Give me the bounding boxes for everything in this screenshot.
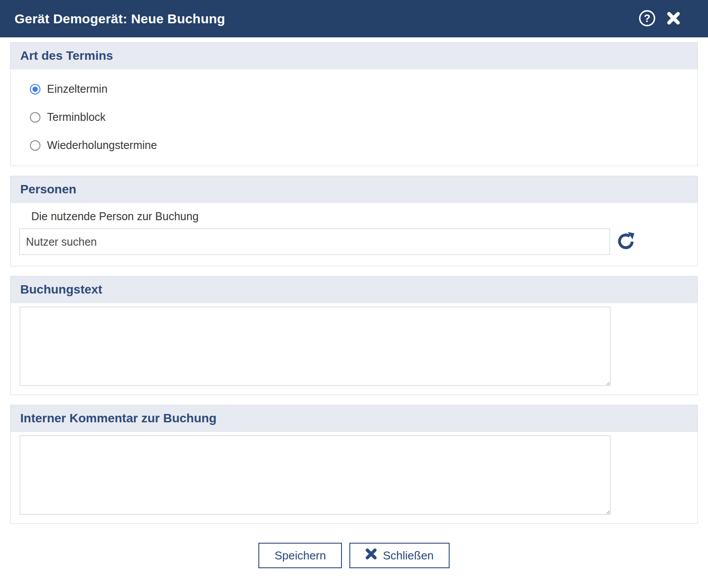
section-header: Buchungstext [11,276,697,303]
section-title: Personen [20,182,688,196]
radio-option-label: Einzeltermin [47,83,108,95]
dialog-content: Art des Termins Einzeltermin Terminblock… [0,37,708,568]
section-header: Art des Termins [11,43,697,69]
section-personen: Personen Die nutzende Person zur Buchung [10,176,698,266]
save-button-label: Speichern [275,549,326,563]
close-button[interactable] [665,10,682,28]
x-mark-icon [365,548,377,563]
close-dialog-button[interactable]: Schließen [349,543,450,568]
buchungstext-area-wrap [11,303,697,395]
help-button[interactable]: ? [639,10,656,28]
radio-option-label: Wiederholungstermine [47,139,157,152]
refresh-icon [617,231,635,253]
section-header: Interner Kommentar zur Buchung [11,405,697,432]
user-field-label: Die nutzende Person zur Buchung [31,210,697,223]
radio-option-wiederholungstermine[interactable]: Wiederholungstermine [30,139,697,152]
page-title: Gerät Demogerät: Neue Buchung [15,11,639,26]
termin-type-radio-group: Einzeltermin Terminblock Wiederholungste… [11,69,697,166]
refresh-button[interactable] [617,231,635,253]
radio-option-einzeltermin[interactable]: Einzeltermin [30,83,697,95]
radio-selected-icon[interactable] [30,84,40,94]
dialog-titlebar: Gerät Demogerät: Neue Buchung ? [0,0,708,37]
user-search-input[interactable] [19,229,610,255]
section-title: Interner Kommentar zur Buchung [20,411,688,425]
svg-text:?: ? [644,12,650,24]
section-art-des-termins: Art des Termins Einzeltermin Terminblock… [10,42,698,166]
section-interner-kommentar: Interner Kommentar zur Buchung [10,405,698,524]
user-search-row [19,229,689,255]
section-header: Personen [11,176,697,203]
kommentar-textarea[interactable] [20,436,610,515]
section-buchungstext: Buchungstext [10,276,698,395]
buchungstext-textarea[interactable] [20,307,610,386]
kommentar-area-wrap [11,432,697,523]
section-title: Buchungstext [20,283,688,297]
section-title: Art des Termins [20,49,688,63]
footer-actions: Speichern Schließen [10,543,698,568]
radio-unselected-icon[interactable] [30,112,40,123]
radio-unselected-icon[interactable] [30,140,40,151]
radio-option-label: Terminblock [47,111,105,123]
close-button-label: Schließen [383,549,434,563]
save-button[interactable]: Speichern [258,543,342,568]
close-icon [665,10,682,28]
help-icon: ? [639,10,656,28]
titlebar-icons: ? [639,10,682,28]
radio-option-terminblock[interactable]: Terminblock [30,111,697,123]
